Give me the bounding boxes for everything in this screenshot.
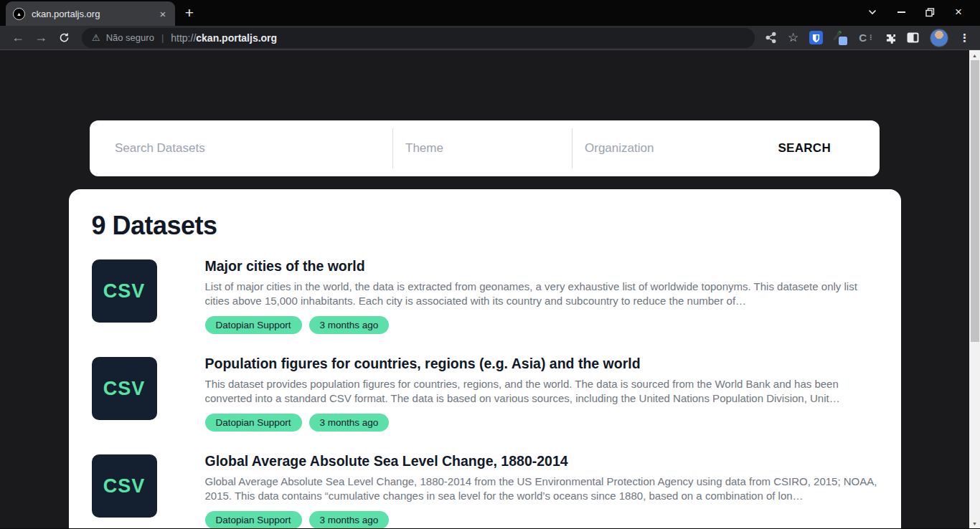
results-count-heading: 9 Datasets [92,211,878,241]
tab-search-chevron-icon[interactable] [858,0,887,24]
colorpicker-extension-icon[interactable] [834,31,848,45]
tab-strip: ▲ ckan.portaljs.org × + × [0,0,980,26]
dataset-description: This dataset provides population figures… [205,377,878,406]
dataset-description: Global Average Absolute Sea Level Change… [205,475,878,503]
site-favicon-icon: ▲ [13,8,25,20]
theme-input[interactable] [405,120,572,176]
bookmark-star-icon[interactable]: ☆ [788,30,798,45]
colorzilla-extension-icon[interactable]: C⋮ [859,32,874,44]
minimize-button[interactable] [887,0,915,24]
dataset-item: CSV Population figures for countries, re… [92,357,878,432]
age-badge: 3 months ago [309,316,390,334]
age-badge: 3 months ago [309,511,390,528]
search-datasets-input[interactable] [115,120,392,176]
dataset-title[interactable]: Population figures for countries, region… [205,355,878,372]
scroll-down-icon[interactable]: ▼ [969,518,980,528]
address-bar[interactable]: ⚠ Não seguro | http://ckan.portaljs.org [82,28,755,48]
age-badge: 3 months ago [309,414,390,432]
forward-icon[interactable]: → [30,27,52,49]
search-datasets-field[interactable] [90,120,392,176]
profile-avatar[interactable] [930,29,948,47]
csv-format-icon: CSV [92,357,157,420]
search-button[interactable]: SEARCH [778,120,831,176]
scrollbar-thumb[interactable] [971,60,979,342]
url-divider: | [160,32,165,43]
bitwarden-extension-icon[interactable] [809,31,823,44]
organization-badge[interactable]: Datopian Support [205,414,302,432]
organization-input[interactable] [585,120,778,176]
not-secure-warning-icon: ⚠ [92,33,100,42]
csv-format-icon: CSV [92,454,157,518]
browser-toolbar: ← → ⚠ Não seguro | http://ckan.portaljs.… [0,26,980,50]
organization-field[interactable] [572,120,778,176]
side-panel-icon[interactable] [907,32,919,43]
page-scrollbar[interactable]: ▲ ▼ [969,50,980,528]
theme-field[interactable] [392,120,572,176]
tab-close-icon[interactable]: × [156,7,169,20]
window-controls: × [858,0,973,24]
extensions-puzzle-icon[interactable] [885,32,896,44]
restore-button[interactable] [915,0,944,24]
url-text: http://ckan.portaljs.org [171,32,277,44]
close-window-button[interactable]: × [944,0,973,24]
page-viewport: SEARCH 9 Datasets CSV Major cities of th… [0,50,980,528]
security-label: Não seguro [106,32,154,43]
browser-menu-icon[interactable]: ⋮ [959,32,970,44]
page-content: SEARCH 9 Datasets CSV Major cities of th… [0,50,969,528]
organization-badge[interactable]: Datopian Support [205,511,302,528]
dataset-title[interactable]: Global Average Absolute Sea Level Change… [205,452,878,470]
reload-icon[interactable] [53,27,75,49]
csv-format-icon: CSV [92,259,157,323]
browser-tab[interactable]: ▲ ckan.portaljs.org × [6,1,175,26]
url-host: ckan.portaljs.org [196,32,277,44]
field-divider [392,128,393,168]
dataset-description: List of major cities in the world, the d… [205,280,878,308]
toolbar-actions: ☆ C⋮ ⋮ [762,29,973,47]
tab-title: ckan.portaljs.org [32,9,150,19]
search-card: SEARCH [90,120,880,176]
dataset-title[interactable]: Major cities of the world [205,257,878,275]
field-divider [572,128,573,168]
scroll-up-icon[interactable]: ▲ [969,50,980,60]
results-card: 9 Datasets CSV Major cities of the world… [69,189,901,528]
organization-badge[interactable]: Datopian Support [205,316,302,334]
dataset-item: CSV Major cities of the world List of ma… [92,259,878,334]
new-tab-button[interactable]: + [179,3,199,23]
back-icon[interactable]: ← [7,27,29,49]
dataset-item: CSV Global Average Absolute Sea Level Ch… [92,454,878,528]
share-icon[interactable] [765,32,777,44]
url-scheme: http:// [171,32,196,44]
